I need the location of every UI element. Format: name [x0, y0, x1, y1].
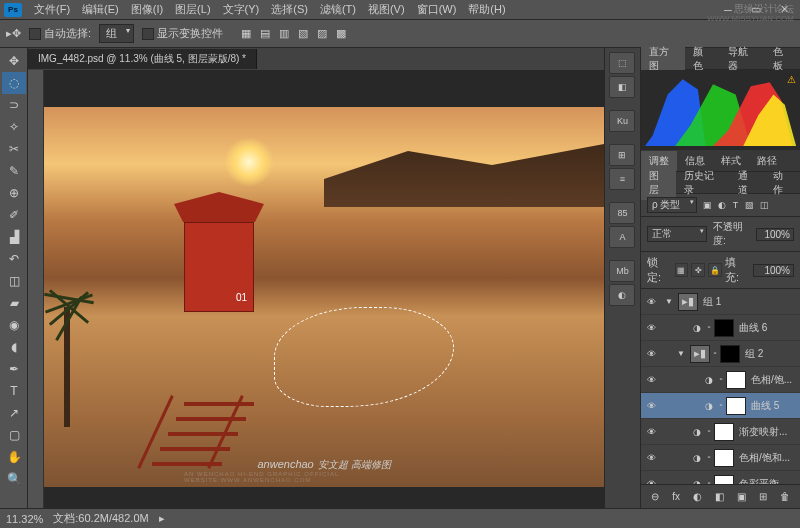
tool-gradient[interactable]: ▰: [2, 292, 26, 314]
menu-layer[interactable]: 图层(L): [169, 0, 216, 19]
tool-shape[interactable]: ▢: [2, 424, 26, 446]
layer-group-button[interactable]: ▣: [737, 491, 746, 502]
tool-eyedropper[interactable]: ✎: [2, 160, 26, 182]
menu-view[interactable]: 视图(V): [362, 0, 411, 19]
layer-name[interactable]: 组 1: [703, 295, 721, 309]
visibility-toggle[interactable]: 👁: [645, 477, 659, 485]
tool-path[interactable]: ↗: [2, 402, 26, 424]
layer-name[interactable]: 色相/饱...: [751, 373, 792, 387]
layer-row[interactable]: 👁▼▸▮⁃组 2: [641, 341, 800, 367]
auto-select-checkbox[interactable]: [29, 28, 41, 40]
expand-toggle[interactable]: ▼: [677, 349, 687, 358]
layer-filter-icons[interactable]: ▣ ◐ T ▧ ◫: [703, 200, 771, 210]
menu-select[interactable]: 选择(S): [265, 0, 314, 19]
tool-pen[interactable]: ✒: [2, 358, 26, 380]
menu-image[interactable]: 图像(I): [125, 0, 169, 19]
tool-brush[interactable]: ✐: [2, 204, 26, 226]
link-icon[interactable]: ⁃: [719, 375, 723, 384]
dock-btn-a[interactable]: A: [609, 226, 635, 248]
ps-logo[interactable]: Ps: [4, 3, 22, 17]
fill-input[interactable]: 100%: [753, 264, 794, 277]
tool-type[interactable]: T: [2, 380, 26, 402]
visibility-toggle[interactable]: 👁: [645, 295, 659, 309]
status-arrow-icon[interactable]: ▸: [159, 512, 165, 525]
menu-edit[interactable]: 编辑(E): [76, 0, 125, 19]
layer-mask-thumb[interactable]: [714, 423, 734, 441]
tool-wand[interactable]: ✧: [2, 116, 26, 138]
layer-row[interactable]: 👁◑⁃渐变映射...: [641, 419, 800, 445]
opacity-input[interactable]: 100%: [756, 228, 794, 241]
lock-all-icon[interactable]: 🔒: [708, 263, 722, 277]
auto-select-target[interactable]: 组: [99, 24, 134, 43]
lock-pixels-icon[interactable]: ▦: [675, 263, 689, 277]
menu-help[interactable]: 帮助(H): [462, 0, 511, 19]
canvas-viewport[interactable]: 01 anwenchao 安文超 高端修图 AN WENCHAO HI-END …: [44, 70, 604, 508]
tool-hand[interactable]: ✋: [2, 446, 26, 468]
tool-stamp[interactable]: ▟: [2, 226, 26, 248]
layers-list[interactable]: 👁▼▸▮组 1👁◑⁃曲线 6👁▼▸▮⁃组 2👁◑⁃色相/饱...👁◑⁃曲线 5👁…: [641, 289, 800, 484]
show-transform-checkbox[interactable]: [142, 28, 154, 40]
layer-row[interactable]: 👁◑⁃色相/饱...: [641, 367, 800, 393]
new-layer-button[interactable]: ⊞: [759, 491, 767, 502]
move-tool-icon[interactable]: ▸✥: [6, 27, 21, 40]
dock-btn-8[interactable]: ◐: [609, 284, 635, 306]
link-icon[interactable]: ⁃: [719, 401, 723, 410]
dock-btn-1[interactable]: ⬚: [609, 52, 635, 74]
layer-filter-kind[interactable]: ρ 类型: [647, 197, 697, 213]
link-icon[interactable]: ⁃: [707, 453, 711, 462]
layer-mask-thumb[interactable]: [726, 371, 746, 389]
tool-lasso[interactable]: ⊃: [2, 94, 26, 116]
tool-marquee[interactable]: ◌: [2, 72, 26, 94]
layer-mask-thumb[interactable]: [726, 397, 746, 415]
ruler-vertical[interactable]: [28, 70, 44, 508]
link-icon[interactable]: ⁃: [707, 427, 711, 436]
layer-name[interactable]: 曲线 5: [751, 399, 779, 413]
expand-toggle[interactable]: ▼: [665, 297, 675, 306]
tool-zoom[interactable]: 🔍: [2, 468, 26, 490]
blend-mode-select[interactable]: 正常: [647, 226, 707, 242]
warning-icon[interactable]: ⚠: [787, 74, 796, 85]
dock-btn-3[interactable]: ⊞: [609, 144, 635, 166]
dock-btn-mb[interactable]: Mb: [609, 260, 635, 282]
visibility-toggle[interactable]: 👁: [645, 425, 659, 439]
layer-row[interactable]: 👁◑⁃曲线 5: [641, 393, 800, 419]
layer-name[interactable]: 曲线 6: [739, 321, 767, 335]
tool-blur[interactable]: ◉: [2, 314, 26, 336]
tool-eraser[interactable]: ◫: [2, 270, 26, 292]
tool-crop[interactable]: ✂: [2, 138, 26, 160]
dock-btn-4[interactable]: ≡: [609, 168, 635, 190]
layer-row[interactable]: 👁◑⁃曲线 6: [641, 315, 800, 341]
visibility-toggle[interactable]: 👁: [645, 451, 659, 465]
document-tab[interactable]: IMG_4482.psd @ 11.3% (曲线 5, 图层蒙版/8) *: [28, 49, 257, 69]
layer-row[interactable]: 👁▼▸▮组 1: [641, 289, 800, 315]
tool-heal[interactable]: ⊕: [2, 182, 26, 204]
menu-filter[interactable]: 滤镜(T): [314, 0, 362, 19]
visibility-toggle[interactable]: 👁: [645, 321, 659, 335]
layer-name[interactable]: 组 2: [745, 347, 763, 361]
menu-file[interactable]: 文件(F): [28, 0, 76, 19]
menu-type[interactable]: 文字(Y): [217, 0, 266, 19]
tool-history-brush[interactable]: ↶: [2, 248, 26, 270]
layer-row[interactable]: 👁◑⁃色相/饱和...: [641, 445, 800, 471]
layer-mask-thumb[interactable]: [720, 345, 740, 363]
adjustment-layer-button[interactable]: ◧: [715, 491, 724, 502]
doc-size[interactable]: 文档:60.2M/482.0M: [53, 511, 148, 526]
align-buttons[interactable]: ▦ ▤ ▥ ▧ ▨ ▩: [241, 27, 349, 40]
dock-btn-2[interactable]: ◧: [609, 76, 635, 98]
link-layers-button[interactable]: ⊖: [651, 491, 659, 502]
visibility-toggle[interactable]: 👁: [645, 347, 659, 361]
tool-move[interactable]: ✥: [2, 50, 26, 72]
layer-name[interactable]: 色彩平衡...: [739, 477, 787, 485]
layer-name[interactable]: 色相/饱和...: [739, 451, 790, 465]
dock-btn-ku[interactable]: Ku: [609, 110, 635, 132]
delete-layer-button[interactable]: 🗑: [780, 491, 790, 502]
layer-mask-thumb[interactable]: [714, 449, 734, 467]
menu-window[interactable]: 窗口(W): [411, 0, 463, 19]
lock-position-icon[interactable]: ✜: [691, 263, 705, 277]
layer-name[interactable]: 渐变映射...: [739, 425, 787, 439]
zoom-level[interactable]: 11.32%: [6, 513, 43, 525]
layer-mask-thumb[interactable]: [714, 319, 734, 337]
dock-btn-85[interactable]: 85: [609, 202, 635, 224]
visibility-toggle[interactable]: 👁: [645, 399, 659, 413]
layer-fx-button[interactable]: fx: [672, 491, 680, 502]
